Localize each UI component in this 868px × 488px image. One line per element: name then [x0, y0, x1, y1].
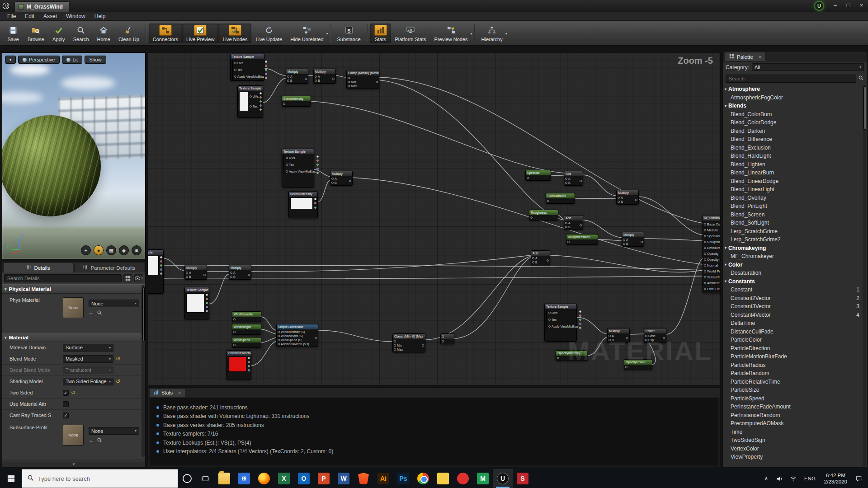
node-roughness[interactable]: Roughness	[529, 210, 558, 221]
toolbar-hierarchy[interactable]: Hierarchy▾	[477, 23, 507, 43]
input-pin-icon[interactable]	[532, 257, 534, 259]
palette-close-icon[interactable]: ×	[759, 54, 761, 60]
palette-item-lerp-scratchgrime[interactable]: Lerp_ScratchGrime	[723, 227, 862, 236]
property-matrix-icon[interactable]	[123, 274, 132, 282]
output-pin-icon[interactable]	[160, 268, 162, 271]
input-pin-icon[interactable]	[704, 270, 706, 272]
taskbar-app-app-m[interactable]: M	[473, 469, 493, 488]
palette-item-blend-hardlight[interactable]: Blend_HardLight	[723, 152, 862, 160]
input-pin-icon[interactable]	[348, 81, 350, 83]
maximize-button[interactable]: □	[842, 0, 855, 10]
input-pin-icon[interactable]	[278, 335, 280, 337]
taskbar-search-box[interactable]	[22, 469, 178, 488]
node-windspeed[interactable]: WindSpeed	[232, 337, 261, 348]
input-pin-icon[interactable]	[287, 75, 289, 78]
menu-window[interactable]: Window	[61, 12, 90, 21]
node-clamp-min-0-max-1[interactable]: Clamp (Min=0) (Max=1)MinMax	[392, 333, 425, 352]
input-pin-icon[interactable]	[704, 247, 706, 249]
output-pin-icon[interactable]	[314, 202, 316, 204]
input-pin-icon[interactable]	[286, 170, 288, 173]
input-pin-icon[interactable]	[186, 272, 188, 274]
palette-item-vertexcolor[interactable]: VertexColor	[723, 445, 862, 453]
input-pin-icon[interactable]	[704, 288, 706, 290]
close-button[interactable]: ×	[855, 0, 868, 10]
input-pin-icon[interactable]	[394, 348, 396, 351]
output-pin-icon[interactable]	[305, 78, 307, 80]
node-add[interactable]: AddAB	[531, 250, 550, 265]
output-pin-icon[interactable]	[580, 180, 582, 182]
material-preview-sphere[interactable]	[2, 115, 101, 216]
output-pin-icon[interactable]	[547, 200, 549, 202]
taskbar-app-store[interactable]: ⊞	[234, 469, 254, 488]
output-pin-icon[interactable]	[160, 272, 162, 275]
tab-parameter-defaults[interactable]: Parameter Defaults	[74, 263, 144, 272]
node-multiply[interactable]: MultiplyAB	[622, 232, 644, 247]
nav-orbit-icon[interactable]: ●	[94, 245, 104, 255]
input-pin-icon[interactable]	[250, 95, 252, 98]
input-pin-icon[interactable]	[704, 223, 706, 225]
input-pin-icon[interactable]	[331, 182, 334, 184]
node-multiply[interactable]: MultiplyAB	[229, 265, 251, 280]
asset-tab[interactable]: M_GrassWind	[14, 1, 70, 12]
output-pin-icon[interactable]	[316, 168, 319, 170]
output-pin-icon[interactable]	[442, 340, 444, 343]
output-pin-icon[interactable]	[376, 81, 378, 83]
asset-dropdown[interactable]: None▾	[89, 427, 139, 435]
node-texture-sample[interactable]: Texture SampleUVsTexApply ViewMipBias	[282, 149, 314, 188]
palette-search-input[interactable]	[726, 75, 856, 83]
node-simplegrasswind[interactable]: SimpleGrassWindWindIntensity (S)WindWeig…	[276, 324, 318, 347]
palette-item-blend-lineardodge[interactable]: Blend_LinearDodge	[723, 177, 862, 186]
output-pin-icon[interactable]	[635, 199, 637, 201]
output-pin-icon[interactable]	[422, 344, 424, 347]
taskbar-app-chrome[interactable]	[413, 469, 433, 488]
tray-expand-icon[interactable]: ∧	[760, 469, 772, 488]
input-pin-icon[interactable]	[618, 197, 620, 199]
node-multiply[interactable]: MultiplyAB	[330, 171, 353, 186]
node-constant3vector[interactable]: Constant3Vector	[226, 350, 251, 380]
toolbar-save[interactable]: Save	[3, 23, 24, 43]
taskbar-app-app-red[interactable]	[453, 469, 473, 488]
palette-item-desaturation[interactable]: Desaturation	[723, 269, 862, 277]
start-button[interactable]	[0, 469, 22, 488]
toolbar-live-nodes[interactable]: Live Nodes	[218, 23, 251, 43]
palette-group-color[interactable]: ▾Color	[723, 261, 862, 269]
use-selected-asset-icon[interactable]: ←	[89, 437, 94, 443]
input-pin-icon[interactable]	[618, 201, 620, 203]
output-pin-icon[interactable]	[259, 96, 262, 99]
output-pin-icon[interactable]	[641, 241, 643, 243]
output-pin-icon[interactable]	[314, 198, 316, 200]
output-pin-icon[interactable]	[530, 216, 533, 219]
input-pin-icon[interactable]	[250, 105, 252, 108]
output-pin-icon[interactable]	[579, 323, 581, 325]
taskbar-app-word[interactable]: W	[334, 469, 354, 488]
output-pin-icon[interactable]	[259, 104, 262, 107]
output-pin-icon[interactable]	[579, 319, 581, 321]
output-pin-icon[interactable]	[206, 306, 208, 308]
stats-tab[interactable]: Stats ×	[150, 388, 185, 397]
output-pin-icon[interactable]	[283, 103, 285, 105]
output-pin-icon[interactable]	[233, 331, 236, 333]
output-pin-icon[interactable]	[579, 310, 581, 313]
task-view-button[interactable]	[196, 469, 214, 488]
input-pin-icon[interactable]	[704, 258, 706, 261]
input-pin-icon[interactable]	[230, 276, 232, 278]
output-pin-icon[interactable]	[265, 73, 267, 75]
input-pin-icon[interactable]	[704, 235, 706, 237]
palette-group-atmosphere[interactable]: ▾Atmosphere	[723, 85, 862, 94]
output-pin-icon[interactable]	[259, 92, 262, 94]
palette-item-particlesize[interactable]: ParticleSize	[723, 386, 862, 394]
output-pin-icon[interactable]	[316, 172, 319, 174]
output-pin-icon[interactable]	[265, 69, 267, 71]
toolbar-connectors[interactable]: Connectors	[149, 23, 182, 43]
input-pin-icon[interactable]	[348, 85, 350, 87]
output-pin-icon[interactable]	[259, 108, 262, 111]
output-pin-icon[interactable]	[527, 177, 529, 179]
palette-item-constant2vector[interactable]: Constant2Vector2	[723, 294, 862, 303]
palette-item-blend-overlay[interactable]: Blend_Overlay	[723, 194, 862, 202]
output-pin-icon[interactable]	[206, 294, 208, 296]
input-pin-icon[interactable]	[234, 69, 236, 71]
reset-to-default-icon[interactable]: ↺	[116, 379, 120, 384]
palette-item-blend-softlight[interactable]: Blend_SoftLight	[723, 219, 862, 227]
volume-icon[interactable]	[774, 469, 786, 488]
output-pin-icon[interactable]	[160, 256, 162, 258]
